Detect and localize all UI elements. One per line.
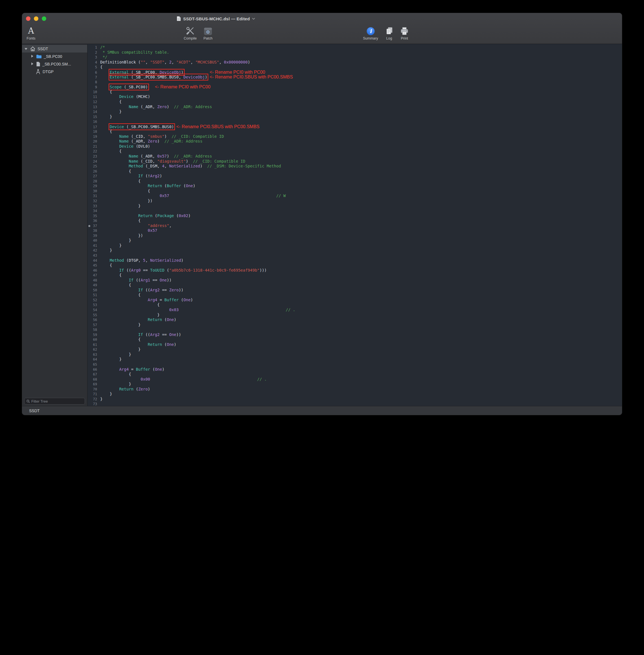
tree-item-label: _SB.PC00.SM... — [42, 62, 71, 66]
code-token — [100, 85, 110, 89]
code-token — [100, 194, 160, 198]
filter-tree-input[interactable] — [31, 399, 83, 403]
code-line: 73 — [88, 402, 622, 406]
code-token: , — [190, 60, 195, 64]
code-token: DefinitionBlock ( — [100, 60, 141, 64]
code-text: }) — [100, 199, 153, 203]
code-token: (_DSM, — [143, 164, 162, 168]
code-line: 28 { — [88, 179, 622, 184]
code-token: Buffer — [164, 298, 179, 302]
code-token: } — [100, 204, 141, 208]
line-number: 16 — [88, 119, 97, 125]
toolbar-button-compile[interactable]: Compile — [181, 25, 199, 40]
code-token: ) — [148, 387, 150, 391]
tree-item-label: SSDT — [38, 47, 48, 51]
code-text: { — [100, 149, 122, 153]
chevron-down-icon[interactable] — [252, 18, 255, 20]
toolbar-button-print[interactable]: Print — [397, 25, 412, 40]
code-token: Scope — [110, 85, 122, 89]
code-token — [179, 308, 285, 312]
close-button[interactable] — [26, 16, 30, 21]
code-token — [100, 125, 110, 129]
fonts-icon: A — [28, 25, 34, 36]
code-line: 68 0x00 // . — [88, 377, 622, 382]
code-token — [100, 223, 148, 228]
code-text: 0x03 // . — [100, 308, 295, 312]
code-line: 10 { — [88, 90, 622, 95]
code-line: 25 Method (_DSM, 4, NotSerialized) // _D… — [88, 164, 622, 169]
code-line: 12 { — [88, 99, 622, 105]
disclosure-open-icon[interactable] — [24, 47, 28, 50]
code-token: (_SB.PC00) — [122, 85, 148, 89]
code-token: } — [100, 243, 122, 248]
code-token: Name — [119, 134, 129, 139]
line-number: 34 — [88, 209, 97, 214]
zoom-button[interactable] — [42, 16, 46, 21]
line-number: 64 — [88, 357, 97, 362]
toolbar-button-patch[interactable]: ⚙ Patch — [199, 25, 217, 40]
disclosure-closed-icon[interactable] — [30, 62, 34, 66]
code-token: Device — [119, 144, 134, 149]
toolbar-label: Print — [401, 37, 408, 40]
code-token: (_SB.PC00.SMBS.BUS0) — [124, 125, 174, 129]
code-text: Device (DVL0) — [100, 144, 150, 149]
sidebar-item-sb-pc00-smbs[interactable]: _SB.PC00.SM... — [22, 60, 87, 68]
code-text: { — [100, 129, 112, 134]
code-token: 0x00 — [141, 377, 150, 381]
code-line: 1/* — [88, 45, 622, 50]
code-editor[interactable]: 1/*2 * SMBus compatibility table.3 */4De… — [88, 44, 622, 406]
code-line: 3 */ — [88, 55, 622, 60]
code-line: 17 Device (_SB.PC00.SMBS.BUS0) <- Rename… — [88, 124, 622, 129]
code-line: 56 Return (One) — [88, 317, 622, 322]
log-documents-icon — [385, 25, 394, 36]
code-token: } — [100, 352, 131, 357]
code-token: } — [100, 238, 131, 243]
line-number: 60 — [88, 337, 97, 342]
code-text: "address", — [100, 223, 171, 228]
code-token: { — [100, 90, 112, 94]
code-token — [100, 268, 119, 272]
code-line: 63 } — [88, 352, 622, 357]
code-text: Return (One) — [100, 317, 176, 322]
code-line: 36 { — [88, 218, 622, 223]
code-token: ) — [157, 139, 164, 143]
line-number: 11 — [88, 95, 97, 100]
code-token: ) — [167, 154, 174, 158]
filter-field — [24, 398, 85, 405]
code-token: } — [100, 382, 131, 386]
rename-annotation: <- Rename PCI0.SBUS with PC00.SMBS — [210, 74, 293, 79]
sidebar-item-sb-pc00[interactable]: _SB.PC00 — [22, 52, 87, 60]
code-line: 41 } — [88, 243, 622, 248]
document-proxy-icon — [177, 16, 181, 21]
toolbar-button-fonts[interactable]: A Fonts — [24, 25, 38, 40]
code-line: 49 { — [88, 283, 622, 288]
code-token: */ — [100, 55, 107, 59]
line-number: 48 — [88, 278, 97, 283]
code-token: == — [141, 268, 150, 272]
toolbar-button-summary[interactable]: i Summary — [362, 25, 379, 40]
code-token: 0x57 — [157, 154, 167, 158]
code-line: 45 { — [88, 263, 622, 268]
toolbar-button-log[interactable]: Log — [382, 25, 396, 40]
code-token: (MCHC) — [134, 94, 150, 99]
code-text: { — [100, 302, 160, 307]
sidebar-item-dtgp[interactable]: DTGP — [22, 68, 87, 75]
code-token: Arg1 — [141, 278, 150, 282]
code-token: "diagsvault" — [157, 159, 186, 163]
patch-highlight-box: External (_SB_.PC00.SMBS.BUS0, DeviceObj… — [110, 75, 207, 79]
sidebar-item-ssdt[interactable]: SSDT — [22, 45, 87, 52]
main-content: SSDT _SB.PC00 _SB — [22, 44, 622, 406]
code-token — [100, 367, 119, 371]
code-text: If ((Arg1 == One)) — [100, 278, 171, 282]
line-number: 42 — [88, 248, 97, 253]
code-text: { — [100, 293, 141, 297]
info-icon: i — [366, 25, 375, 36]
line-number: 19 — [88, 134, 97, 139]
code-token: Buffer — [167, 183, 181, 188]
code-text: Name (_CID, "smbus") // _CID: Compatible… — [100, 134, 224, 139]
code-token: 5 — [143, 258, 145, 263]
code-token — [100, 75, 110, 79]
code-line: 7 External (_SB_.PC00.SMBS.BUS0, DeviceO… — [88, 74, 622, 80]
disclosure-closed-icon[interactable] — [30, 54, 34, 58]
minimize-button[interactable] — [34, 16, 38, 21]
